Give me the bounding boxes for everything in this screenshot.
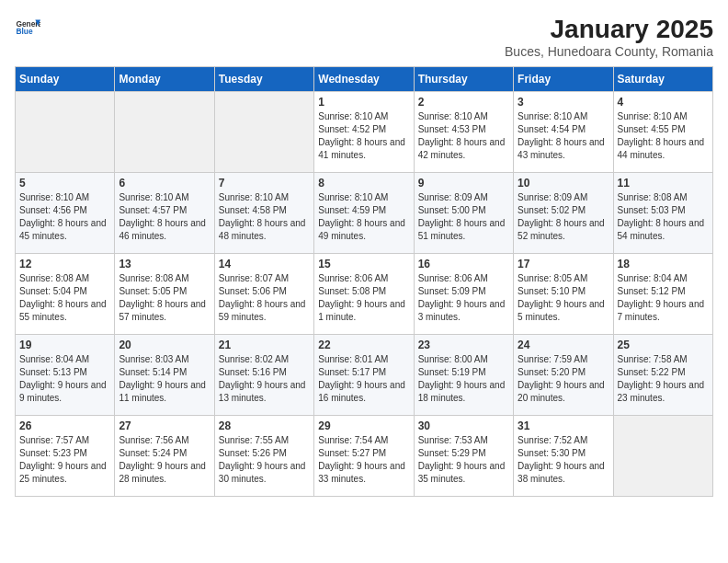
day-number: 23 (418, 339, 509, 351)
day-info: Sunrise: 8:10 AM Sunset: 4:56 PM Dayligh… (19, 191, 110, 243)
day-cell: 7Sunrise: 8:10 AM Sunset: 4:58 PM Daylig… (214, 173, 313, 254)
col-friday: Friday (514, 67, 613, 92)
day-number: 13 (119, 258, 210, 270)
day-number: 12 (19, 258, 110, 270)
day-number: 19 (19, 339, 110, 351)
day-number: 22 (318, 339, 409, 351)
day-cell: 6Sunrise: 8:10 AM Sunset: 4:57 PM Daylig… (115, 173, 214, 254)
day-cell: 16Sunrise: 8:06 AM Sunset: 5:09 PM Dayli… (414, 254, 513, 335)
day-info: Sunrise: 8:07 AM Sunset: 5:06 PM Dayligh… (219, 272, 310, 324)
logo-icon: General Blue (15, 15, 40, 40)
col-thursday: Thursday (414, 67, 513, 92)
day-number: 31 (518, 419, 609, 432)
day-cell: 28Sunrise: 7:55 AM Sunset: 5:26 PM Dayli… (214, 416, 313, 497)
day-cell: 23Sunrise: 8:00 AM Sunset: 5:19 PM Dayli… (414, 335, 513, 416)
day-number: 28 (219, 419, 310, 432)
day-number: 25 (618, 339, 709, 351)
day-number: 14 (219, 258, 310, 270)
day-number: 5 (19, 177, 110, 190)
day-info: Sunrise: 8:06 AM Sunset: 5:09 PM Dayligh… (418, 272, 509, 324)
day-info: Sunrise: 8:10 AM Sunset: 4:57 PM Dayligh… (119, 191, 210, 243)
day-cell: 11Sunrise: 8:08 AM Sunset: 5:03 PM Dayli… (613, 173, 712, 254)
day-info: Sunrise: 8:00 AM Sunset: 5:19 PM Dayligh… (418, 353, 509, 405)
day-cell: 1Sunrise: 8:10 AM Sunset: 4:52 PM Daylig… (314, 92, 414, 173)
day-info: Sunrise: 8:09 AM Sunset: 5:02 PM Dayligh… (518, 191, 609, 243)
day-cell (214, 92, 313, 173)
day-cell: 29Sunrise: 7:54 AM Sunset: 5:27 PM Dayli… (314, 416, 414, 497)
day-number: 26 (19, 419, 110, 432)
day-number: 8 (318, 177, 409, 190)
day-info: Sunrise: 7:56 AM Sunset: 5:24 PM Dayligh… (119, 434, 210, 486)
day-number: 3 (518, 96, 609, 109)
day-info: Sunrise: 8:08 AM Sunset: 5:04 PM Dayligh… (19, 272, 110, 324)
header: General Blue January 2025 Buces, Hunedoa… (15, 15, 713, 59)
day-info: Sunrise: 8:10 AM Sunset: 4:53 PM Dayligh… (418, 110, 509, 162)
day-info: Sunrise: 8:10 AM Sunset: 4:58 PM Dayligh… (219, 191, 310, 243)
day-cell: 3Sunrise: 8:10 AM Sunset: 4:54 PM Daylig… (514, 92, 613, 173)
day-cell (613, 416, 712, 497)
day-cell: 14Sunrise: 8:07 AM Sunset: 5:06 PM Dayli… (214, 254, 313, 335)
day-cell: 27Sunrise: 7:56 AM Sunset: 5:24 PM Dayli… (115, 416, 214, 497)
day-info: Sunrise: 7:55 AM Sunset: 5:26 PM Dayligh… (219, 434, 310, 486)
day-info: Sunrise: 8:06 AM Sunset: 5:08 PM Dayligh… (318, 272, 409, 324)
day-info: Sunrise: 8:03 AM Sunset: 5:14 PM Dayligh… (119, 353, 210, 405)
day-number: 16 (418, 258, 509, 270)
day-number: 24 (518, 339, 609, 351)
day-info: Sunrise: 7:52 AM Sunset: 5:30 PM Dayligh… (518, 434, 609, 486)
day-number: 10 (518, 177, 609, 190)
day-info: Sunrise: 7:59 AM Sunset: 5:20 PM Dayligh… (518, 353, 609, 405)
day-number: 20 (119, 339, 210, 351)
calendar-subtitle: Buces, Hunedoara County, Romania (505, 44, 713, 59)
day-info: Sunrise: 8:09 AM Sunset: 5:00 PM Dayligh… (418, 191, 509, 243)
week-row-1: 1Sunrise: 8:10 AM Sunset: 4:52 PM Daylig… (16, 92, 713, 173)
calendar-table: Sunday Monday Tuesday Wednesday Thursday… (15, 66, 713, 497)
day-cell (115, 92, 214, 173)
day-cell: 25Sunrise: 7:58 AM Sunset: 5:22 PM Dayli… (613, 335, 712, 416)
day-info: Sunrise: 8:02 AM Sunset: 5:16 PM Dayligh… (219, 353, 310, 405)
col-saturday: Saturday (613, 67, 712, 92)
calendar-title: January 2025 (505, 15, 713, 44)
col-tuesday: Tuesday (214, 67, 313, 92)
day-cell: 22Sunrise: 8:01 AM Sunset: 5:17 PM Dayli… (314, 335, 414, 416)
day-cell: 9Sunrise: 8:09 AM Sunset: 5:00 PM Daylig… (414, 173, 513, 254)
day-cell: 21Sunrise: 8:02 AM Sunset: 5:16 PM Dayli… (214, 335, 313, 416)
day-info: Sunrise: 7:57 AM Sunset: 5:23 PM Dayligh… (19, 434, 110, 486)
week-row-2: 5Sunrise: 8:10 AM Sunset: 4:56 PM Daylig… (16, 173, 713, 254)
week-row-4: 19Sunrise: 8:04 AM Sunset: 5:13 PM Dayli… (16, 335, 713, 416)
day-cell: 20Sunrise: 8:03 AM Sunset: 5:14 PM Dayli… (115, 335, 214, 416)
day-cell: 8Sunrise: 8:10 AM Sunset: 4:59 PM Daylig… (314, 173, 414, 254)
day-number: 18 (618, 258, 709, 270)
day-info: Sunrise: 7:53 AM Sunset: 5:29 PM Dayligh… (418, 434, 509, 486)
day-info: Sunrise: 8:10 AM Sunset: 4:55 PM Dayligh… (618, 110, 709, 162)
day-number: 17 (518, 258, 609, 270)
day-number: 11 (618, 177, 709, 190)
day-cell: 12Sunrise: 8:08 AM Sunset: 5:04 PM Dayli… (16, 254, 115, 335)
col-wednesday: Wednesday (314, 67, 414, 92)
day-cell: 4Sunrise: 8:10 AM Sunset: 4:55 PM Daylig… (613, 92, 712, 173)
day-number: 30 (418, 419, 509, 432)
day-info: Sunrise: 8:10 AM Sunset: 4:52 PM Dayligh… (318, 110, 409, 162)
day-number: 7 (219, 177, 310, 190)
day-cell: 31Sunrise: 7:52 AM Sunset: 5:30 PM Dayli… (514, 416, 613, 497)
day-number: 1 (318, 96, 409, 109)
day-number: 2 (418, 96, 509, 109)
logo: General Blue (15, 15, 40, 40)
svg-text:Blue: Blue (16, 27, 32, 36)
day-info: Sunrise: 8:05 AM Sunset: 5:10 PM Dayligh… (518, 272, 609, 324)
day-cell: 15Sunrise: 8:06 AM Sunset: 5:08 PM Dayli… (314, 254, 414, 335)
day-number: 6 (119, 177, 210, 190)
day-info: Sunrise: 8:04 AM Sunset: 5:12 PM Dayligh… (618, 272, 709, 324)
day-number: 4 (618, 96, 709, 109)
day-cell: 10Sunrise: 8:09 AM Sunset: 5:02 PM Dayli… (514, 173, 613, 254)
day-cell: 5Sunrise: 8:10 AM Sunset: 4:56 PM Daylig… (16, 173, 115, 254)
day-cell: 17Sunrise: 8:05 AM Sunset: 5:10 PM Dayli… (514, 254, 613, 335)
day-number: 9 (418, 177, 509, 190)
day-cell: 18Sunrise: 8:04 AM Sunset: 5:12 PM Dayli… (613, 254, 712, 335)
col-sunday: Sunday (16, 67, 115, 92)
day-info: Sunrise: 8:10 AM Sunset: 4:59 PM Dayligh… (318, 191, 409, 243)
day-info: Sunrise: 7:54 AM Sunset: 5:27 PM Dayligh… (318, 434, 409, 486)
day-number: 21 (219, 339, 310, 351)
week-row-5: 26Sunrise: 7:57 AM Sunset: 5:23 PM Dayli… (16, 416, 713, 497)
day-info: Sunrise: 8:08 AM Sunset: 5:05 PM Dayligh… (119, 272, 210, 324)
day-info: Sunrise: 8:08 AM Sunset: 5:03 PM Dayligh… (618, 191, 709, 243)
